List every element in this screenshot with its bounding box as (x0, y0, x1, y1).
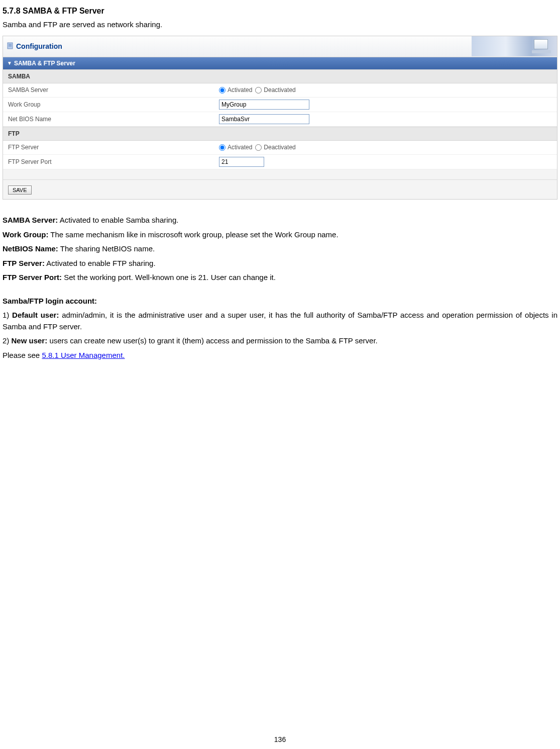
config-panel: Configuration ▼ SAMBA & FTP Server SAMBA… (3, 36, 557, 200)
samba-deactivated-option[interactable]: Deactivated (255, 85, 295, 95)
ftp-port-row: FTP Server Port (3, 155, 557, 169)
netbios-input[interactable] (219, 114, 309, 124)
header-graphic (472, 36, 557, 56)
samba-activated-text: Activated (228, 85, 252, 95)
desc-ftp-port: FTP Server Port: Set the working port. W… (3, 272, 557, 284)
svg-rect-0 (8, 43, 13, 49)
samba-deactivated-text: Deactivated (264, 85, 295, 95)
desc-samba-server: SAMBA Server: Activated to enable Samba … (3, 215, 557, 226)
section-heading: 5.7.8 SAMBA & FTP Server (3, 5, 557, 17)
page-number: 136 (3, 734, 557, 745)
acct-header: Samba/FTP login account: (3, 296, 557, 307)
workgroup-label: Work Group (8, 100, 219, 109)
config-title: Configuration (6, 41, 62, 52)
ftp-activated-text: Activated (228, 143, 252, 152)
ftp-deactivated-radio[interactable] (255, 144, 262, 151)
see-line: Please see 5.8.1 User Management. (3, 350, 557, 361)
section-title: SAMBA & FTP Server (14, 59, 75, 68)
config-header: Configuration (3, 36, 557, 57)
netbios-label: Net BIOS Name (8, 115, 219, 124)
samba-server-label: SAMBA Server (8, 85, 219, 95)
desc-new-user: 2) New user: users can create new user(s… (3, 335, 557, 347)
user-management-link[interactable]: 5.8.1 User Management. (42, 351, 125, 359)
samba-activated-radio[interactable] (219, 87, 226, 93)
workgroup-input[interactable] (219, 100, 309, 110)
ftp-activated-option[interactable]: Activated (219, 143, 252, 152)
samba-activated-option[interactable]: Activated (219, 85, 252, 95)
intro-text: Samba and FTP are served as network shar… (3, 19, 557, 31)
ftp-server-row: FTP Server Activated Deactivated (3, 141, 557, 155)
netbios-row: Net BIOS Name (3, 112, 557, 127)
caret-down-icon: ▼ (7, 59, 12, 67)
ftp-deactivated-option[interactable]: Deactivated (255, 143, 295, 152)
samba-server-row: SAMBA Server Activated Deactivated (3, 83, 557, 98)
config-icon (6, 42, 14, 50)
ftp-deactivated-text: Deactivated (264, 143, 295, 152)
ftp-port-label: FTP Server Port (8, 157, 219, 166)
section-bar[interactable]: ▼ SAMBA & FTP Server (3, 57, 557, 69)
workgroup-row: Work Group (3, 98, 557, 112)
spacer-row (3, 169, 557, 179)
samba-deactivated-radio[interactable] (255, 87, 262, 93)
save-row: SAVE (3, 179, 557, 200)
desc-workgroup: Work Group: The same mechanism like in m… (3, 229, 557, 241)
save-button[interactable]: SAVE (8, 185, 32, 195)
samba-header: SAMBA (3, 69, 557, 83)
desc-ftp-server: FTP Server: Activated to enable FTP shar… (3, 258, 557, 269)
ftp-header: FTP (3, 127, 557, 141)
config-title-text: Configuration (16, 41, 62, 52)
ftp-activated-radio[interactable] (219, 144, 226, 151)
ftp-port-input[interactable] (219, 157, 264, 167)
ftp-server-label: FTP Server (8, 143, 219, 152)
desc-default-user: 1) Default user: admin/admin, it is the … (3, 310, 557, 332)
desc-netbios: NetBIOS Name: The sharing NetBIOS name. (3, 243, 557, 255)
